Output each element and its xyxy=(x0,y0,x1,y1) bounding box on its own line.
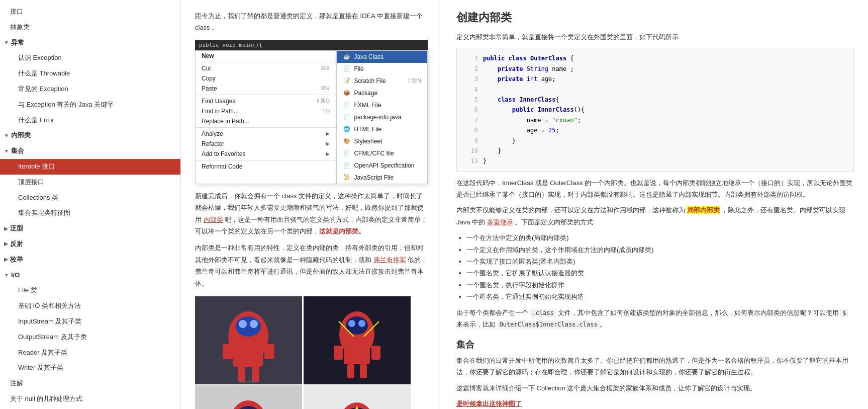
file-icon: 📄 xyxy=(343,65,351,73)
sidebar: 接口 抽象类 ▼ 异常 认识 Exception 什么是 Throwable 常… xyxy=(0,0,181,409)
menu-item-refactor[interactable]: Refactor ▶ xyxy=(196,139,336,149)
section2-heading: 集合 xyxy=(456,339,854,351)
franky-link[interactable]: 弗兰奇将军 xyxy=(373,256,406,264)
sidebar-group-exception[interactable]: ▼ 异常 xyxy=(0,35,180,51)
sidebar-item-file[interactable]: File 类 xyxy=(0,283,180,298)
menu-item-cut[interactable]: Cut ⌘X xyxy=(196,63,336,73)
svg-rect-6 xyxy=(223,344,233,359)
cfml-icon: 📄 xyxy=(343,149,351,157)
menu-item-copy[interactable]: Copy xyxy=(196,73,336,84)
section2-p2: 这篇博客就来详细介绍一下 Collection 这个庞大集合框架的家族体系和成员… xyxy=(456,382,854,394)
svg-point-14 xyxy=(348,320,355,327)
multiple-inherit-link[interactable]: 多重继承 xyxy=(487,218,513,226)
sidebar-item-exception-intro[interactable]: 认识 Exception xyxy=(0,50,180,66)
submenu-cfml[interactable]: 📄 CFML/CFC file xyxy=(337,147,427,159)
inner-class-list: 一个在方法中定义的类(局部内部类) 一个定义在作用域内的类，这个作用域在方法的内… xyxy=(466,232,854,302)
menu-item-find-path[interactable]: Find in Path... ⌃H xyxy=(196,106,336,116)
menu-separator-1 xyxy=(196,62,336,62)
submenu-file[interactable]: 📄 File xyxy=(337,63,427,75)
context-menu[interactable]: New Cut ⌘X Copy Paste ⌘V Find Usages ⇧ xyxy=(195,50,336,184)
sidebar-item-writer[interactable]: Writer 及其子类 xyxy=(0,360,180,376)
bold-inner-class-text: 这就是内部类。 xyxy=(319,227,365,235)
sidebar-group-reflection[interactable]: ▶ 反射 xyxy=(0,236,180,252)
openapi-icon: 📄 xyxy=(343,161,351,170)
js-icon: 📜 xyxy=(343,174,351,182)
package-icon: 📦 xyxy=(343,89,351,97)
svg-rect-5 xyxy=(233,347,263,367)
java-class-icon: ☕ xyxy=(343,53,351,61)
scratch-file-icon: 📝 xyxy=(343,77,351,85)
section2-p3: 是时候拿出这张神图了 xyxy=(456,398,854,409)
menu-item-replace-path[interactable]: Replace in Path... xyxy=(196,116,336,126)
menu-separator-3 xyxy=(196,127,336,128)
sidebar-item-abstract[interactable]: 抽象类 xyxy=(0,20,180,35)
sidebar-group-generics[interactable]: ▶ 泛型 xyxy=(0,221,180,236)
sidebar-item-basic-io[interactable]: 基础 IO 类和相关方法 xyxy=(0,298,180,314)
submenu-stylesheet[interactable]: 🎨 Stylesheet xyxy=(337,135,427,147)
explain3-text: 由于每个类都会产生一个 .class 文件，其中包含了如何创建该类型的对象的全部… xyxy=(456,307,854,331)
submenu-arrow-analyze: ▶ xyxy=(326,131,330,136)
inner-class-link[interactable]: 内部类 xyxy=(204,216,223,223)
sidebar-item-inputstream[interactable]: InputStream 及其子类 xyxy=(0,314,180,330)
local-inner-class-text: 局部内部类 xyxy=(687,206,720,214)
menu-item-add-favorites[interactable]: Add to Favorites ▶ xyxy=(196,149,336,159)
robot-svg-4 xyxy=(304,385,411,409)
inner-class-desc: 内部类是一种非常有用的特性，定义在类内部的类，持有外部类的引用，但却对其他外部类… xyxy=(195,242,428,289)
menu-new-label[interactable]: New xyxy=(196,51,336,61)
menu-item-paste[interactable]: Paste ⌘V xyxy=(196,84,336,94)
submenu-package[interactable]: 📦 Package xyxy=(337,87,427,99)
svg-point-4 xyxy=(250,320,258,328)
sidebar-item-annotation[interactable]: 注解 xyxy=(0,376,180,391)
sidebar-item-reader[interactable]: Reader 及其子类 xyxy=(0,345,180,361)
arrow-icon-collection: ▼ xyxy=(4,147,9,155)
submenu-java-class[interactable]: ☕ Java Class xyxy=(337,51,427,63)
menu-item-analyze[interactable]: Analyze ▶ xyxy=(196,129,336,139)
menu-item-reformat[interactable]: Reformat Code xyxy=(196,161,336,172)
intro-paragraph: 距今为止，我们了解的都是普通类的定义，那就是直接在 IDEA 中直接新建一个 c… xyxy=(195,10,428,34)
robot-image-2 xyxy=(304,296,411,384)
context-menu-area: public void main(){ New Cut ⌘X Copy Past… xyxy=(195,40,428,184)
sidebar-item-network[interactable]: 关于网络图 xyxy=(0,407,180,409)
sidebar-item-collection-impl[interactable]: 集合实现类特征图 xyxy=(0,205,180,221)
right-heading: 创建内部类 xyxy=(456,10,854,25)
submenu-fxml[interactable]: 📄 FXML File xyxy=(337,99,427,111)
scratch-shortcut: ⇧⌘N xyxy=(407,77,421,84)
sidebar-item-iterable[interactable]: Iterable 接口 xyxy=(0,159,180,175)
sidebar-group-enum[interactable]: ▶ 枚举 xyxy=(0,252,180,268)
sidebar-item-top-interface[interactable]: 顶层接口 xyxy=(0,175,180,190)
after-create-text: 新建完成后，你就会拥有一个 class 文件的定义，这种操作太简单了，时间长了就… xyxy=(195,190,428,237)
sidebar-item-error[interactable]: 什么是 Error xyxy=(0,113,180,128)
sidebar-item-outputstream[interactable]: OutputStream 及其子类 xyxy=(0,330,180,345)
show-image-link[interactable]: 是时候拿出这张神图了 xyxy=(456,400,522,407)
sidebar-item-null[interactable]: 关于 null 的几种处理方式 xyxy=(0,391,180,407)
right-panel: 创建内部类 定义内部类非常简单，就是直接将一个类定义在外围类的里面，如下代码所示… xyxy=(442,0,868,409)
sidebar-item-common-exception[interactable]: 常见的 Exception xyxy=(0,81,180,97)
submenu-js[interactable]: 📜 JavaScript File xyxy=(337,172,427,184)
svg-point-2 xyxy=(236,316,261,337)
html-icon: 🌐 xyxy=(343,125,351,133)
submenu-scratch-file[interactable]: 📝 Scratch File ⇧⌘N xyxy=(337,75,427,87)
arrow-icon-reflection: ▶ xyxy=(4,240,8,248)
robot-image-1: MAZINGER xyxy=(195,296,302,384)
list-item-local: 一个在方法中定义的类(局部内部类) xyxy=(466,232,854,243)
menu-separator-4 xyxy=(196,160,336,160)
explain1-text: 在这段代码中，InnerClass 就是 OuterClass 的一个内部类。也… xyxy=(456,177,854,201)
arrow-icon-io: ▼ xyxy=(4,271,9,279)
submenu-html[interactable]: 🌐 HTML File xyxy=(337,123,427,135)
sidebar-item-exception-keyword[interactable]: 与 Exception 有关的 Java 关键字 xyxy=(0,97,180,113)
list-item-anon-instance: 一个匿名类，它通过实例初始化实现构造 xyxy=(466,291,854,302)
submenu-package-info[interactable]: 📄 package-info.java xyxy=(337,111,427,123)
sidebar-group-inner-class[interactable]: ▼ 内部类 xyxy=(0,128,180,143)
outerclass-innerclass: OuterClass$InnerClass.class xyxy=(498,320,600,329)
sidebar-item-throwable[interactable]: 什么是 Throwable xyxy=(0,66,180,81)
sidebar-item-interface[interactable]: 接口 xyxy=(0,4,180,20)
svg-rect-16 xyxy=(344,347,370,364)
menu-separator-2 xyxy=(196,95,336,95)
menu-item-find-usages[interactable]: Find Usages ⇧⌘G xyxy=(196,96,336,106)
section2-p1: 集合在我们的日常开发中所使用的次数简直太多了。你已经把它们都用的熟透了，但是作为… xyxy=(456,355,854,378)
sidebar-item-collections-class[interactable]: Collections 类 xyxy=(0,190,180,206)
submenu-openapi[interactable]: 📄 OpenAPI Specification xyxy=(337,159,427,172)
sidebar-group-io[interactable]: ▼ I/O xyxy=(0,268,180,283)
sidebar-group-collection[interactable]: ▼ 集合 xyxy=(0,143,180,159)
svg-rect-17 xyxy=(334,346,343,360)
